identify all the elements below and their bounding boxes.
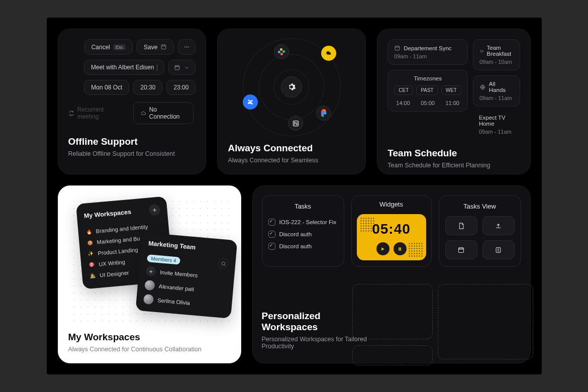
coffee-icon bbox=[479, 48, 484, 54]
tz-tab-past[interactable]: PAST bbox=[416, 85, 438, 95]
drop-zone[interactable] bbox=[438, 284, 533, 359]
svg-rect-8 bbox=[395, 46, 400, 50]
schedule-title: Team Schedule bbox=[387, 148, 520, 159]
cancel-label: Cancel bbox=[91, 44, 110, 51]
integration-orbits bbox=[228, 39, 355, 135]
offline-title: Offline Support bbox=[68, 136, 196, 147]
task-row[interactable]: Discord auth bbox=[268, 240, 338, 252]
task-row[interactable]: Discord auth bbox=[268, 228, 338, 240]
task-row[interactable]: IOS-222 - Selector Fix bbox=[268, 216, 338, 228]
plus-icon: + bbox=[145, 266, 156, 277]
connected-title: Always Connected bbox=[228, 143, 355, 154]
recurring-label: Recurrent meeting bbox=[68, 106, 124, 120]
personalized-card: Tasks IOS-222 - Selector Fix Discord aut… bbox=[252, 185, 531, 363]
svg-point-10 bbox=[221, 261, 225, 265]
widgets-panel: Widgets 05:40 bbox=[351, 195, 432, 267]
start-time-button[interactable]: 20:30 bbox=[133, 80, 162, 95]
save-label: Save bbox=[144, 44, 157, 51]
timer-value: 05:40 bbox=[372, 221, 411, 237]
cloud-off-icon bbox=[140, 110, 146, 117]
member-row[interactable]: Alexander pati bbox=[144, 280, 226, 297]
date-button[interactable]: Mon 08 Oct bbox=[84, 80, 129, 95]
globe-icon bbox=[479, 84, 486, 90]
view-upload-button[interactable] bbox=[482, 216, 515, 235]
pw-title: Personalized Workspaces bbox=[262, 311, 377, 333]
dept-sync-box[interactable]: Departement Sync 09am - 11am bbox=[387, 39, 468, 65]
offline-card: Cancel Esc Save Meet with Albert Edisen bbox=[58, 29, 207, 174]
checkbox-icon[interactable] bbox=[268, 219, 275, 226]
save-button[interactable]: Save bbox=[137, 39, 174, 55]
play-button[interactable] bbox=[376, 242, 389, 255]
svg-point-2 bbox=[186, 47, 187, 47]
allhands-box[interactable]: All Hands 09am - 11am bbox=[473, 75, 520, 107]
avatar bbox=[144, 280, 155, 291]
connected-subtitle: Always Connected for Seamless bbox=[228, 157, 355, 164]
list-icon bbox=[495, 246, 502, 254]
cancel-button[interactable]: Cancel Esc bbox=[84, 39, 133, 55]
start-time-text: 20:30 bbox=[140, 84, 155, 91]
workspace-panel-team: Marketing Team Members 4 + Invite Member… bbox=[135, 232, 237, 319]
end-time-text: 23:00 bbox=[173, 84, 188, 91]
timer-widget: 05:40 bbox=[357, 214, 426, 260]
schedule-subtitle: Team Schedule for Efficient Planning bbox=[387, 162, 520, 169]
search-icon bbox=[220, 260, 227, 267]
svg-point-6 bbox=[329, 52, 331, 55]
checkbox-icon[interactable] bbox=[268, 231, 275, 238]
workspaces-card: My Workspaces + 🔥Branding and Identity 🍪… bbox=[58, 185, 241, 363]
mailchimp-icon bbox=[321, 46, 336, 61]
more-button[interactable] bbox=[178, 39, 195, 55]
svg-rect-4 bbox=[175, 65, 180, 69]
pw-subtitle: Personalized Workspaces for Tailored Pro… bbox=[262, 336, 377, 350]
avatar bbox=[143, 294, 154, 305]
tasks-view-panel: Tasks View bbox=[439, 195, 521, 267]
svg-point-1 bbox=[185, 47, 185, 47]
pause-icon bbox=[397, 246, 403, 252]
search-button[interactable] bbox=[218, 258, 229, 269]
no-connection-badge: No Connection bbox=[133, 102, 194, 124]
meeting-name-text: Meet with Albert Edisen bbox=[91, 64, 154, 71]
play-icon bbox=[380, 246, 385, 252]
connected-card: Always Connected Always Connected for Se… bbox=[217, 29, 366, 174]
chevron-down-icon bbox=[183, 64, 190, 71]
invite-members-button[interactable]: + Invite Members bbox=[145, 266, 227, 283]
svg-point-3 bbox=[188, 47, 188, 47]
date-picker-button[interactable] bbox=[168, 60, 195, 75]
end-time-button[interactable]: 23:00 bbox=[166, 80, 195, 95]
repeat-icon bbox=[68, 110, 74, 117]
tz-tab-wet[interactable]: WET bbox=[441, 85, 461, 95]
add-workspace-button[interactable]: + bbox=[148, 204, 160, 216]
schedule-card: Departement Sync 09am - 11am Timezones C… bbox=[377, 29, 530, 174]
calendar-sync-icon bbox=[394, 45, 401, 51]
breakfast-box[interactable]: Team Breakfast 09am - 10am bbox=[473, 39, 520, 70]
tasks-view-title: Tasks View bbox=[445, 203, 515, 210]
more-icon bbox=[183, 44, 190, 50]
tasks-panel: Tasks IOS-222 - Selector Fix Discord aut… bbox=[262, 195, 344, 267]
view-list-button[interactable] bbox=[482, 240, 515, 259]
tvhome-box[interactable]: Expect TV Home 09am - 11am bbox=[473, 112, 520, 138]
view-doc-button[interactable] bbox=[445, 216, 477, 235]
tz-time-0: 14:00 bbox=[396, 100, 410, 106]
tz-time-2: 11:00 bbox=[445, 100, 459, 106]
view-calendar-button[interactable] bbox=[445, 240, 477, 259]
calendar-icon bbox=[174, 64, 180, 71]
member-row[interactable]: Serlina Olivia bbox=[143, 294, 225, 311]
calendar-icon bbox=[457, 246, 465, 254]
workspaces-subtitle: Always Connected for Continuous Collabor… bbox=[68, 346, 231, 353]
doc-icon bbox=[457, 222, 465, 230]
tz-time-1: 05:00 bbox=[421, 100, 435, 106]
widgets-title: Widgets bbox=[357, 201, 426, 208]
date-text: Mon 08 Oct bbox=[91, 84, 122, 91]
svg-rect-11 bbox=[459, 248, 464, 252]
offline-subtitle: Reliable Offline Support for Consistent bbox=[68, 150, 196, 157]
svg-rect-0 bbox=[162, 45, 166, 49]
tasks-title: Tasks bbox=[268, 203, 338, 210]
timezones-box: Timezones CET PAST WET 14:00 05:00 11:00 bbox=[387, 70, 468, 112]
cancel-keytag: Esc bbox=[113, 44, 126, 50]
checkbox-icon[interactable] bbox=[268, 243, 275, 250]
workspaces-title: My Workspaces bbox=[68, 332, 231, 343]
pause-button[interactable] bbox=[394, 242, 407, 255]
meeting-name-input[interactable]: Meet with Albert Edisen bbox=[84, 60, 164, 75]
upload-icon bbox=[495, 222, 502, 230]
tz-tab-cet[interactable]: CET bbox=[394, 85, 413, 95]
members-badge: Members 4 bbox=[147, 254, 180, 265]
